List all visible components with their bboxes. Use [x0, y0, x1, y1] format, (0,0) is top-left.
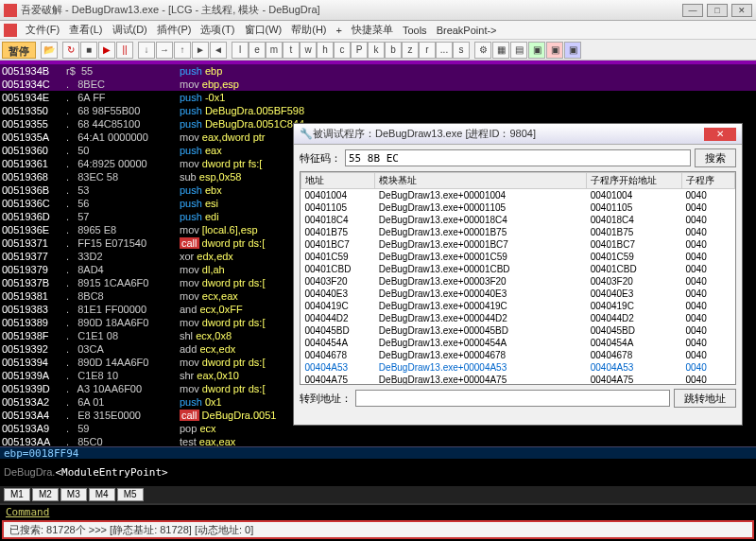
tool-icon[interactable]: ▣ [528, 42, 545, 59]
goto-label: 转到地址： [300, 392, 352, 406]
toolbar-letter-s[interactable]: s [453, 42, 470, 59]
toolbar-letter-h[interactable]: h [317, 42, 334, 59]
menu-item[interactable]: + [332, 25, 347, 36]
menu-item[interactable]: 选项(T) [196, 23, 239, 37]
menu-item[interactable]: 快捷菜单 [347, 23, 398, 37]
toolbar-letter-z[interactable]: z [402, 42, 419, 59]
result-row[interactable]: 00401004DeBugDraw13.exe+0000100400401004… [301, 189, 735, 202]
toolbar-letter-...[interactable]: ... [436, 42, 453, 59]
module-line: DeBugDra.<ModuleEntryPoint> [0, 460, 756, 473]
signature-label: 特征码： [300, 151, 341, 166]
result-row[interactable]: 00401BC7DeBugDraw13.exe+00001BC700401BC7… [301, 238, 735, 251]
disasm-row[interactable]: 0051934C. 8BECmov ebp,esp [0, 78, 756, 91]
dialog-close-button[interactable]: ✕ [704, 128, 736, 141]
disasm-row[interactable]: 0051934E. 6A FFpush -0x1 [0, 91, 756, 104]
result-row[interactable]: 004045BDDeBugDraw13.exe+000045BD004045BD… [301, 324, 735, 337]
close-button[interactable]: ✕ [731, 4, 752, 17]
result-row[interactable]: 004018C4DeBugDraw13.exe+000018C4004018C4… [301, 214, 735, 226]
column-header[interactable]: 模块基址 [375, 173, 587, 189]
disasm-row[interactable]: 005193AA. 85C0test eax,eax [0, 435, 756, 446]
tool-icon[interactable]: ▦ [492, 42, 509, 59]
back-icon[interactable]: ◄ [210, 42, 227, 59]
toolbar-letter-w[interactable]: w [300, 42, 317, 59]
toolbar-letter-e[interactable]: e [249, 42, 266, 59]
result-row[interactable]: 00404A75DeBugDraw13.exe+00004A7500404A75… [301, 374, 735, 385]
menu-item[interactable]: Tools [398, 25, 432, 36]
result-row[interactable]: 004044D2DeBugDraw13.exe+000044D2004044D2… [301, 312, 735, 324]
tool-icon[interactable]: ▣ [546, 42, 563, 59]
search-dialog: 🔧 被调试程序：DeBugDraw13.exe [进程ID：9804] ✕ 特征… [293, 123, 743, 426]
memory-tab[interactable]: M5 [117, 488, 144, 501]
result-row[interactable]: 0040454ADeBugDraw13.exe+0000454A0040454A… [301, 337, 735, 349]
result-row[interactable]: 00401105DeBugDraw13.exe+0000110500401105… [301, 201, 735, 214]
memory-tab[interactable]: M1 [4, 488, 30, 501]
menu-item[interactable]: 插件(P) [152, 23, 197, 37]
toolbar-letter-P[interactable]: P [351, 42, 368, 59]
result-row[interactable]: 0040419CDeBugDraw13.exe+0000419C0040419C… [301, 300, 735, 312]
command-line[interactable]: Command [0, 503, 756, 518]
register-bar: ebp=0018FF94 [0, 446, 756, 460]
disasm-row[interactable]: 00519350. 68 98F55B00push DeBugDra.005BF… [0, 104, 756, 117]
result-row[interactable]: 004040E3DeBugDraw13.exe+000040E3004040E3… [301, 288, 735, 300]
play-icon[interactable]: ▶ [98, 42, 115, 59]
signature-input[interactable] [345, 149, 691, 166]
dialog-icon: 🔧 [300, 128, 313, 140]
toolbar-letter-c[interactable]: c [334, 42, 351, 59]
goto-input[interactable] [355, 390, 670, 407]
memory-tab[interactable]: M2 [32, 488, 59, 501]
column-header[interactable]: 子程序 [682, 173, 735, 189]
memory-tab[interactable]: M3 [60, 488, 87, 501]
menu-bar: 文件(F)查看(L)调试(D)插件(P)选项(T)窗口(W)帮助(H)+快捷菜单… [0, 21, 756, 40]
step-out-icon[interactable]: ↑ [174, 42, 191, 59]
menu-icon [4, 24, 17, 37]
search-button[interactable]: 搜索 [695, 148, 736, 167]
restart-icon[interactable]: ↻ [62, 42, 79, 59]
toolbar-letter-t[interactable]: t [283, 42, 300, 59]
menu-item[interactable]: 窗口(W) [240, 23, 287, 37]
window-title: 吾爱破解 - DeBugDraw13.exe - [LCG - 主线程, 模块 … [21, 3, 682, 17]
step-into-icon[interactable]: ↓ [138, 42, 155, 59]
toolbar: 暂停 📂 ↻ ■ ▶ || ↓ → ↑ ► ◄ lemtwhcPkbzr...s… [0, 40, 756, 61]
toolbar-letter-r[interactable]: r [419, 42, 436, 59]
column-header[interactable]: 子程序开始地址 [587, 173, 682, 189]
toolbar-letter-m[interactable]: m [266, 42, 283, 59]
app-icon [4, 4, 17, 17]
pause-icon[interactable]: || [116, 42, 133, 59]
menu-item[interactable]: 文件(F) [21, 23, 64, 37]
menu-item[interactable]: BreakPoint-> [432, 25, 502, 36]
toolbar-letter-l[interactable]: l [232, 42, 249, 59]
memory-tabs: M1M2M3M4M5 [0, 486, 756, 503]
menu-item[interactable]: 调试(D) [108, 23, 152, 37]
dialog-title: 被调试程序：DeBugDraw13.exe [进程ID：9804] [313, 127, 704, 141]
results-table[interactable]: 地址模块基址子程序开始地址子程序 00401004DeBugDraw13.exe… [300, 171, 736, 385]
memory-tab[interactable]: M4 [89, 488, 115, 501]
stop-icon[interactable]: ■ [80, 42, 97, 59]
open-icon[interactable]: 📂 [41, 42, 58, 59]
result-row[interactable]: 00401CBDDeBugDraw13.exe+00001CBD00401CBD… [301, 263, 735, 275]
minimize-button[interactable]: — [682, 4, 703, 17]
goto-button[interactable]: 跳转地址 [674, 389, 736, 408]
maximize-button[interactable]: □ [707, 4, 728, 17]
dialog-title-bar[interactable]: 🔧 被调试程序：DeBugDraw13.exe [进程ID：9804] ✕ [294, 124, 742, 145]
step-over-icon[interactable]: → [156, 42, 173, 59]
toolbar-letter-k[interactable]: k [368, 42, 385, 59]
tool-icon[interactable]: ▤ [510, 42, 527, 59]
disasm-row[interactable]: 0051934Br$ 55push ebp [0, 64, 756, 78]
tool-icon[interactable]: ⚙ [474, 42, 491, 59]
menu-item[interactable]: 查看(L) [64, 23, 107, 37]
result-row[interactable]: 00401C59DeBugDraw13.exe+00001C5900401C59… [301, 251, 735, 263]
result-row[interactable]: 00403F20DeBugDraw13.exe+00003F2000403F20… [301, 275, 735, 288]
pause-badge[interactable]: 暂停 [2, 42, 36, 59]
result-row[interactable]: 00401B75DeBugDraw13.exe+00001B7500401B75… [301, 226, 735, 238]
status-bar: 已搜索: 81728个 >>> [静态基址: 81728] [动态地址: 0] [2, 520, 754, 539]
result-row[interactable]: 00404678DeBugDraw13.exe+0000467800404678… [301, 349, 735, 361]
result-row[interactable]: 00404A53DeBugDraw13.exe+00004A5300404A53… [301, 361, 735, 374]
tool-icon[interactable]: ▣ [564, 42, 581, 59]
command-label: Command [0, 506, 55, 518]
title-bar: 吾爱破解 - DeBugDraw13.exe - [LCG - 主线程, 模块 … [0, 0, 756, 21]
column-header[interactable]: 地址 [301, 173, 375, 189]
toolbar-letter-b[interactable]: b [385, 42, 402, 59]
menu-item[interactable]: 帮助(H) [286, 23, 331, 37]
run-to-icon[interactable]: ► [192, 42, 209, 59]
